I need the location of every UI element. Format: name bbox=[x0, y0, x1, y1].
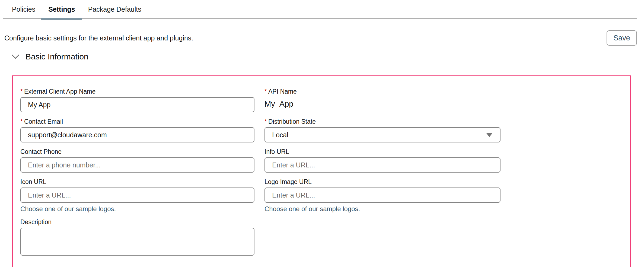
section-title: Basic Information bbox=[25, 52, 88, 61]
contact-email-input[interactable] bbox=[20, 127, 254, 142]
page-description: Configure basic settings for the externa… bbox=[4, 34, 193, 42]
section-toggle-basic-information[interactable]: Basic Information bbox=[11, 52, 88, 61]
field-logo-url: Logo Image URL Choose one of our sample … bbox=[264, 178, 500, 213]
api-name-label: * API Name bbox=[264, 88, 500, 95]
contact-email-label-text: Contact Email bbox=[24, 118, 63, 125]
distribution-state-value: Local bbox=[272, 131, 288, 139]
logo-sample-logos-link[interactable]: Choose one of our sample logos. bbox=[264, 205, 360, 213]
required-marker: * bbox=[20, 88, 23, 95]
required-marker: * bbox=[264, 118, 267, 125]
field-app-name: * External Client App Name bbox=[20, 88, 254, 112]
tab-bar: Policies Settings Package Defaults bbox=[3, 0, 637, 19]
field-info-url: Info URL bbox=[264, 148, 500, 173]
field-icon-url: Icon URL Choose one of our sample logos. bbox=[20, 178, 254, 213]
field-description: Description bbox=[20, 218, 254, 257]
contact-phone-label-text: Contact Phone bbox=[20, 148, 62, 155]
info-url-input[interactable] bbox=[264, 157, 500, 173]
field-contact-email: * Contact Email bbox=[20, 118, 254, 142]
icon-url-label-text: Icon URL bbox=[20, 178, 46, 186]
logo-url-input[interactable] bbox=[264, 187, 500, 203]
tab-policies[interactable]: Policies bbox=[12, 0, 35, 19]
required-marker: * bbox=[20, 118, 23, 125]
description-textarea[interactable] bbox=[20, 228, 254, 256]
chevron-down-icon bbox=[11, 54, 20, 59]
api-name-label-text: API Name bbox=[268, 88, 297, 95]
tab-settings[interactable]: Settings bbox=[48, 0, 75, 19]
distribution-state-label-text: Distribution State bbox=[268, 118, 316, 125]
distribution-state-label: * Distribution State bbox=[264, 118, 500, 125]
icon-url-label: Icon URL bbox=[20, 178, 254, 186]
field-contact-phone: Contact Phone bbox=[20, 148, 254, 173]
form-grid: * External Client App Name * API Name My… bbox=[20, 88, 630, 262]
api-name-value: My_App bbox=[264, 97, 500, 111]
contact-phone-input[interactable] bbox=[20, 157, 254, 173]
tab-package-defaults[interactable]: Package Defaults bbox=[88, 0, 141, 19]
settings-page: Policies Settings Package Defaults Confi… bbox=[0, 0, 644, 267]
logo-url-label: Logo Image URL bbox=[264, 178, 500, 186]
app-name-input[interactable] bbox=[20, 97, 254, 112]
save-button[interactable]: Save bbox=[607, 30, 637, 46]
description-label: Description bbox=[20, 218, 254, 226]
info-url-label-text: Info URL bbox=[264, 148, 289, 155]
field-distribution-state: * Distribution State Local bbox=[264, 118, 500, 142]
logo-url-label-text: Logo Image URL bbox=[264, 178, 312, 186]
header-row: Configure basic settings for the externa… bbox=[4, 30, 637, 46]
description-label-text: Description bbox=[20, 218, 52, 226]
app-name-label: * External Client App Name bbox=[20, 88, 254, 95]
distribution-state-select[interactable]: Local bbox=[264, 127, 500, 142]
app-name-label-text: External Client App Name bbox=[24, 88, 95, 95]
required-marker: * bbox=[264, 88, 267, 95]
icon-url-input[interactable] bbox=[20, 187, 254, 203]
dropdown-arrow-icon bbox=[486, 133, 492, 137]
info-url-label: Info URL bbox=[264, 148, 500, 155]
icon-sample-logos-link[interactable]: Choose one of our sample logos. bbox=[20, 205, 116, 213]
contact-email-label: * Contact Email bbox=[20, 118, 254, 125]
contact-phone-label: Contact Phone bbox=[20, 148, 254, 155]
basic-information-panel: * External Client App Name * API Name My… bbox=[12, 75, 631, 267]
field-api-name: * API Name My_App bbox=[264, 88, 500, 112]
